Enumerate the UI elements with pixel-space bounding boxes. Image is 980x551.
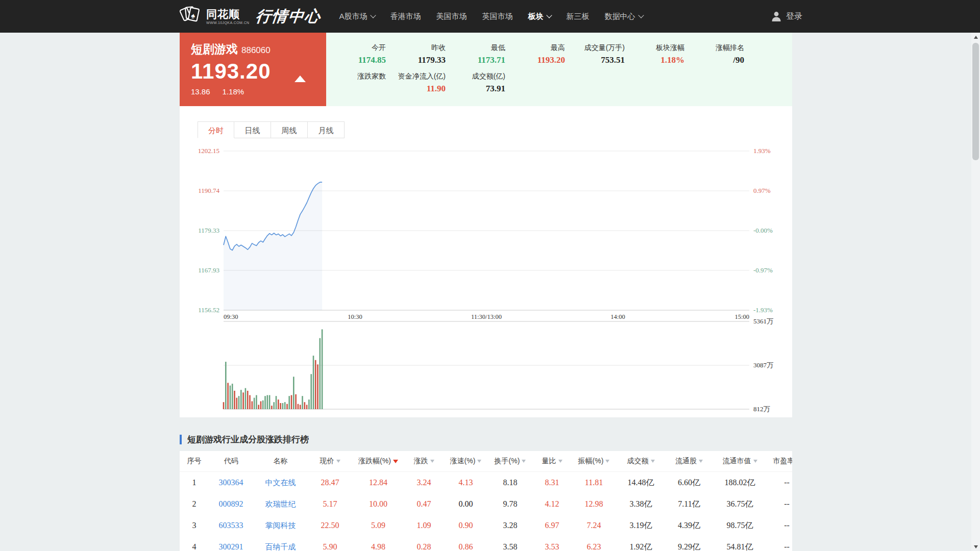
cell-float_cap: 188.02亿 bbox=[713, 472, 767, 494]
stat-2: 昨收1179.33 bbox=[386, 43, 446, 65]
cell-amount: 1.92亿 bbox=[616, 536, 666, 551]
col-header-label: 名称 bbox=[274, 457, 288, 465]
cell-code[interactable]: 000892 bbox=[209, 493, 253, 515]
cell-price: 5.17 bbox=[308, 493, 352, 515]
nav-item-3[interactable]: 美国市场 bbox=[436, 12, 467, 21]
volume-bar bbox=[293, 377, 295, 409]
col-header-4[interactable]: 现价 bbox=[308, 451, 352, 472]
cell-speed: 0.00 bbox=[444, 493, 488, 515]
stat-label: 板块涨幅 bbox=[625, 43, 684, 53]
col-header-5[interactable]: 涨跌幅(%) bbox=[352, 451, 404, 472]
cell-speed: 0.86 bbox=[444, 536, 488, 551]
col-header-13[interactable]: 流通市值 bbox=[713, 451, 767, 472]
stat-label: 最高 bbox=[505, 43, 565, 53]
login-button[interactable]: 登录 bbox=[771, 0, 802, 33]
price-axis-label: 1156.52 bbox=[198, 306, 219, 314]
scroll-up-button[interactable] bbox=[971, 33, 980, 41]
stat-value: 1.18% bbox=[625, 55, 684, 65]
time-axis-label: 15:00 bbox=[735, 313, 749, 320]
sector-price: 1193.20 bbox=[191, 59, 271, 84]
time-axis-label: 09:30 bbox=[224, 313, 238, 320]
volume-bar bbox=[249, 395, 251, 410]
volume-bar bbox=[278, 399, 279, 409]
pct-axis-label: 0.97% bbox=[753, 187, 771, 194]
cell-float_shares: 6.60亿 bbox=[666, 472, 713, 494]
sort-caret-icon bbox=[430, 460, 434, 463]
cell-price: 28.47 bbox=[308, 472, 352, 494]
cell-name[interactable]: 掌阅科技 bbox=[253, 515, 308, 536]
stat-label: 最低 bbox=[446, 43, 505, 53]
cell-name[interactable]: 百纳千成 bbox=[253, 536, 308, 551]
col-header-6[interactable]: 涨跌 bbox=[404, 451, 444, 472]
col-header-11[interactable]: 成交额 bbox=[616, 451, 666, 472]
nav-item-7[interactable]: 数据中心 bbox=[605, 12, 643, 21]
nav-item-label: 新三板 bbox=[567, 12, 590, 21]
sector-name: 短剧游戏 bbox=[191, 41, 238, 57]
cell-vol_ratio: 8.31 bbox=[532, 472, 572, 494]
sort-caret-icon bbox=[558, 460, 562, 463]
scrollbar-thumb[interactable] bbox=[972, 43, 979, 160]
table-row: 1300364中文在线28.4712.843.244.138.188.3111.… bbox=[180, 472, 792, 494]
tab-日线[interactable]: 日线 bbox=[234, 121, 271, 138]
price-axis-label: 1167.93 bbox=[198, 266, 219, 274]
col-header-label: 涨跌幅(%) bbox=[358, 457, 391, 465]
cell-code[interactable]: 603533 bbox=[209, 515, 253, 536]
cell-name[interactable]: 欢瑞世纪 bbox=[253, 493, 308, 515]
stat-1: 今开1174.85 bbox=[326, 43, 386, 65]
nav-item-1[interactable]: A股市场 bbox=[339, 12, 375, 21]
stat-value: 1174.85 bbox=[326, 55, 386, 65]
col-header-7[interactable]: 涨速(%) bbox=[444, 451, 488, 472]
col-header-9[interactable]: 量比 bbox=[532, 451, 572, 472]
user-icon bbox=[771, 11, 782, 22]
stat-value: 73.91 bbox=[446, 84, 505, 94]
volume-bar bbox=[271, 406, 273, 409]
col-header-12[interactable]: 流通股 bbox=[666, 451, 713, 472]
stat-label: 涨幅排名 bbox=[684, 43, 744, 53]
volume-bar bbox=[234, 391, 235, 409]
nav-item-5[interactable]: 板块 bbox=[528, 12, 551, 21]
tab-周线[interactable]: 周线 bbox=[271, 121, 308, 138]
top-navbar: ♠ 同花顺 WWW.10JQKA.COM.CN 行情中心 A股市场香港市场美国市… bbox=[0, 0, 980, 33]
cell-pe: -- bbox=[767, 515, 792, 536]
cell-float_shares: 9.29亿 bbox=[666, 536, 713, 551]
nav-item-4[interactable]: 英国市场 bbox=[482, 12, 513, 21]
scroll-down-button[interactable] bbox=[971, 542, 980, 551]
volume-bar bbox=[252, 402, 253, 410]
volume-bar bbox=[269, 395, 271, 410]
volume-bar bbox=[223, 402, 225, 409]
stat2-1: 涨跌家数 bbox=[326, 72, 386, 94]
nav-item-label: 板块 bbox=[528, 12, 544, 21]
cell-amplitude: 12.98 bbox=[572, 493, 616, 515]
ths-logo[interactable]: ♠ 同花顺 WWW.10JQKA.COM.CN 行情中心 bbox=[180, 5, 321, 28]
volume-bar bbox=[308, 399, 310, 409]
col-header-8[interactable]: 换手(%) bbox=[488, 451, 532, 472]
page-scrollbar[interactable] bbox=[971, 33, 980, 551]
cell-name[interactable]: 中文在线 bbox=[253, 472, 308, 494]
tab-月线[interactable]: 月线 bbox=[308, 121, 345, 138]
volume-bar bbox=[300, 405, 301, 409]
table-row: 2000892欢瑞世纪5.1710.000.470.009.784.1212.9… bbox=[180, 493, 792, 515]
volume-bar bbox=[236, 398, 238, 409]
intraday-chart[interactable]: 1202.151.93%1190.740.97%1179.33-0.00%116… bbox=[180, 106, 792, 417]
cell-amount: 3.38亿 bbox=[616, 493, 666, 515]
ranking-section-header: 短剧游戏行业成分股涨跌排行榜 bbox=[180, 430, 792, 449]
nav-item-2[interactable]: 香港市场 bbox=[390, 12, 421, 21]
price-axis-label: 1179.33 bbox=[198, 227, 219, 234]
volume-bar bbox=[317, 364, 318, 409]
cell-vol_ratio: 4.12 bbox=[532, 493, 572, 515]
col-header-label: 涨跌 bbox=[414, 457, 428, 465]
volume-bar bbox=[313, 356, 314, 409]
cell-turnover: 9.78 bbox=[488, 493, 532, 515]
volume-bar bbox=[310, 374, 312, 409]
nav-item-6[interactable]: 新三板 bbox=[567, 12, 590, 21]
cell-code[interactable]: 300291 bbox=[209, 536, 253, 551]
section-accent-bar bbox=[180, 435, 182, 444]
col-header-14[interactable]: 市盈率 bbox=[767, 451, 792, 472]
volume-bar bbox=[227, 383, 229, 409]
col-header-10[interactable]: 振幅(%) bbox=[572, 451, 616, 472]
cell-seq: 4 bbox=[180, 536, 209, 551]
tab-分时[interactable]: 分时 bbox=[198, 121, 234, 138]
nav-menu: A股市场香港市场美国市场英国市场板块新三板数据中心 bbox=[339, 12, 643, 21]
cell-code[interactable]: 300364 bbox=[209, 472, 253, 494]
col-header-label: 流通市值 bbox=[723, 457, 751, 465]
